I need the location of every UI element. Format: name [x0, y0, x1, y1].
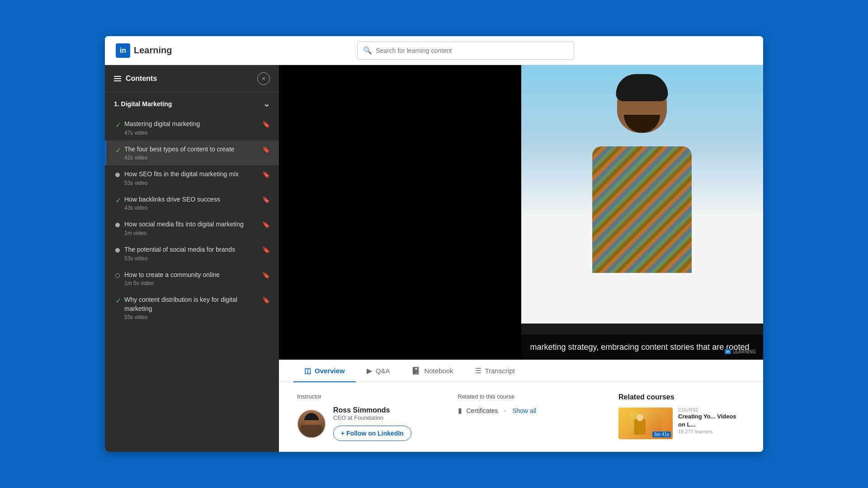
hamburger-icon: [114, 76, 121, 81]
chevron-down-icon: ⌄: [263, 99, 270, 109]
bookmark-icon[interactable]: 🔖: [262, 221, 270, 228]
header: in Learning 🔍: [105, 36, 763, 65]
bookmark-icon[interactable]: 🔖: [262, 171, 270, 178]
linkedin-watermark: in LEARNING: [725, 349, 756, 354]
main-content: marketing strategy, embracing content st…: [279, 65, 763, 452]
dot-status-icon: [115, 171, 124, 177]
item-title: The four best types of content to create: [124, 145, 262, 154]
item-title: How to create a community online: [124, 271, 262, 280]
linkedin-logo-icon: in: [116, 43, 130, 58]
course-type-label: COURSE: [678, 408, 745, 413]
grid-icon: ◫: [304, 366, 311, 375]
search-icon: 🔍: [363, 46, 372, 55]
list-item[interactable]: ✓ How backlinks drive SEO success 43s vi…: [105, 191, 279, 216]
bookmark-icon[interactable]: 🔖: [262, 146, 270, 153]
empty-status-icon: [115, 272, 124, 278]
bookmark-icon[interactable]: 🔖: [262, 246, 270, 253]
related-section: Related to this course ▮ Certificates · …: [458, 393, 601, 441]
check-status-icon: ✓: [115, 296, 124, 305]
related-section-label: Related to this course: [458, 393, 601, 400]
item-duration: 1m 5s video: [124, 280, 262, 286]
bookmark-icon[interactable]: 🔖: [262, 196, 270, 203]
info-area: Instructor Ross Simmonds CEO at Foundati…: [279, 382, 763, 452]
item-title: How backlinks drive SEO success: [124, 195, 262, 204]
item-title: How social media fits into digital marke…: [124, 220, 262, 229]
course-duration-badge: 5m 41s: [652, 432, 671, 437]
show-all-link[interactable]: Show all: [512, 407, 536, 414]
sidebar-header: Contents ×: [105, 65, 279, 93]
tabs-bar: ◫ Overview ▶ Q&A 📓 Notebook ☰ Transcript: [279, 360, 763, 382]
section-title: 1. Digital Marketing: [114, 100, 172, 108]
list-item[interactable]: How social media fits into digital marke…: [105, 216, 279, 241]
related-item: ▮ Certificates · Show all: [458, 406, 601, 415]
video-caption: marketing strategy, embracing content st…: [521, 335, 764, 360]
certificate-icon: ▮: [458, 406, 462, 415]
related-course-card[interactable]: 5m 41s COURSE Creating Yo... Videos on L…: [618, 408, 745, 439]
contents-title: Contents: [114, 75, 157, 83]
avatar: [297, 409, 326, 438]
item-duration: 43s video: [124, 205, 262, 211]
item-duration: 47s video: [124, 130, 262, 136]
body-area: Contents × 1. Digital Marketing ⌄ ✓ Mast…: [105, 65, 763, 452]
tab-overview[interactable]: ◫ Overview: [293, 360, 356, 382]
follow-button[interactable]: + Follow on LinkedIn: [333, 426, 411, 441]
logo-area: in Learning: [116, 43, 172, 58]
item-duration: 53s video: [124, 255, 262, 262]
instructor-section-label: Instructor: [297, 393, 440, 400]
item-duration: 53s video: [124, 180, 262, 186]
course-card-info: COURSE Creating Yo... Videos on L... 18,…: [678, 408, 745, 439]
item-duration: 55s video: [124, 314, 262, 320]
instructor-section: Instructor Ross Simmonds CEO at Foundati…: [297, 393, 440, 441]
bookmark-icon[interactable]: 🔖: [262, 121, 270, 128]
instructor-info: Ross Simmonds CEO at Foundation + Follow…: [333, 406, 411, 441]
tab-qa[interactable]: ▶ Q&A: [356, 360, 401, 382]
dot-status-icon: [115, 246, 124, 253]
course-thumbnail: 5m 41s: [618, 408, 673, 439]
check-status-icon: ✓: [115, 196, 124, 205]
app-name: Learning: [134, 45, 172, 56]
instructor-title: CEO at Foundation: [333, 414, 411, 421]
item-title: Why content distribution is key for digi…: [124, 296, 262, 313]
search-bar[interactable]: 🔍: [357, 42, 574, 60]
item-title: The potential of social media for brands: [124, 245, 262, 254]
related-courses-title: Related courses: [618, 393, 745, 401]
list-item[interactable]: The potential of social media for brands…: [105, 241, 279, 266]
list-item[interactable]: ✓ The four best types of content to crea…: [105, 141, 279, 166]
dot-status-icon: [115, 221, 124, 227]
tab-transcript[interactable]: ☰ Transcript: [464, 360, 526, 382]
item-title: Mastering digital marketing: [124, 120, 262, 129]
video-player[interactable]: marketing strategy, embracing content st…: [279, 65, 763, 360]
tab-notebook[interactable]: 📓 Notebook: [401, 360, 464, 382]
close-button[interactable]: ×: [257, 72, 270, 85]
list-item[interactable]: ✓ Why content distribution is key for di…: [105, 291, 279, 325]
item-duration: 42s video: [124, 155, 262, 161]
bookmark-icon[interactable]: 🔖: [262, 296, 270, 304]
list-item[interactable]: How to create a community online 1m 5s v…: [105, 266, 279, 291]
send-icon: ▶: [367, 366, 372, 375]
check-status-icon: ✓: [115, 121, 124, 129]
search-input[interactable]: [376, 47, 568, 54]
course-card-title: Creating Yo... Videos on L...: [678, 413, 745, 429]
instructor-name: Ross Simmonds: [333, 406, 411, 414]
section-header[interactable]: 1. Digital Marketing ⌄: [105, 93, 279, 115]
sidebar: Contents × 1. Digital Marketing ⌄ ✓ Mast…: [105, 65, 279, 452]
check-status-icon: ✓: [115, 146, 124, 155]
item-title: How SEO fits in the digital marketing mi…: [124, 170, 262, 179]
list-item[interactable]: How SEO fits in the digital marketing mi…: [105, 165, 279, 191]
course-learners: 18,277 learners: [678, 429, 745, 434]
instructor-card: Ross Simmonds CEO at Foundation + Follow…: [297, 406, 440, 441]
list-icon: ☰: [475, 366, 481, 375]
list-item[interactable]: ✓ Mastering digital marketing 47s video …: [105, 115, 279, 141]
item-duration: 1m video: [124, 230, 262, 236]
notebook-icon: 📓: [411, 366, 420, 375]
video-instructor-panel: marketing strategy, embracing content st…: [521, 65, 764, 360]
bookmark-icon[interactable]: 🔖: [262, 272, 270, 279]
related-courses-section: Related courses 5m 41s COURSE: [618, 393, 745, 441]
